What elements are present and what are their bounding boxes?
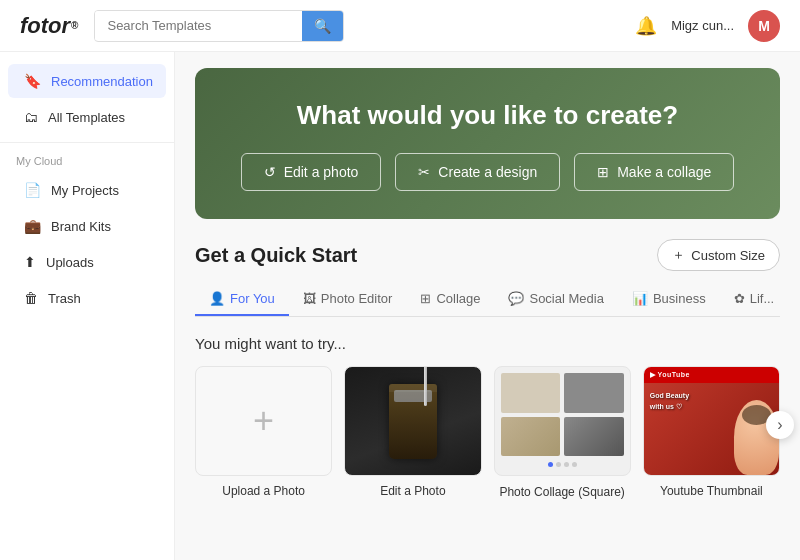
uploads-icon: ⬆ — [24, 254, 36, 270]
sidebar-section-label: My Cloud — [0, 151, 174, 173]
search-input[interactable] — [95, 11, 302, 40]
hero-actions: ↺ Edit a photo ✂ Create a design ⊞ Make … — [219, 153, 756, 191]
tab-for-you[interactable]: 👤 For You — [195, 283, 289, 316]
make-collage-icon: ⊞ — [597, 164, 609, 180]
next-arrow[interactable]: › — [766, 411, 794, 439]
quick-start-header: Get a Quick Start ＋ Custom Size — [195, 239, 780, 271]
edit-photo-card[interactable]: Edit a Photo — [344, 366, 481, 498]
tabs: 👤 For You 🖼 Photo Editor ⊞ Collage 💬 Soc… — [195, 283, 780, 317]
tab-life[interactable]: ✿ Lif... — [720, 283, 780, 316]
create-design-icon: ✂ — [418, 164, 430, 180]
quick-start-title: Get a Quick Start — [195, 244, 357, 267]
tab-label: Photo Editor — [321, 291, 393, 306]
social-media-icon: 💬 — [508, 291, 524, 306]
business-icon: 📊 — [632, 291, 648, 306]
tab-label: Collage — [436, 291, 480, 306]
notification-icon[interactable]: 🔔 — [635, 15, 657, 37]
sidebar-item-label: Trash — [48, 291, 81, 306]
make-collage-button[interactable]: ⊞ Make a collage — [574, 153, 734, 191]
sidebar-divider — [0, 142, 174, 143]
tab-label: Business — [653, 291, 706, 306]
upload-photo-card[interactable]: + Upload a Photo — [195, 366, 332, 498]
logo-superscript: ® — [71, 20, 78, 31]
tab-business[interactable]: 📊 Business — [618, 283, 720, 316]
avatar[interactable]: M — [748, 10, 780, 42]
edit-photo-label: Edit a photo — [284, 164, 359, 180]
header-right: 🔔 Migz cun... M — [635, 10, 780, 42]
sidebar-item-trash[interactable]: 🗑 Trash — [8, 281, 166, 315]
quick-start-section: Get a Quick Start ＋ Custom Size 👤 For Yo… — [195, 239, 780, 501]
upload-photo-label: Upload a Photo — [195, 484, 332, 498]
plus-icon: ＋ — [672, 246, 685, 264]
sidebar-item-label: Uploads — [46, 255, 94, 270]
upload-photo-image: + — [195, 366, 332, 476]
youtube-thumbnail-card[interactable]: ▶ YouTube God Beautywith us ♡ Youtube Th… — [643, 366, 780, 498]
my-projects-icon: 📄 — [24, 182, 41, 198]
header: fotor® 🔍 🔔 Migz cun... M — [0, 0, 800, 52]
hero-title: What would you like to create? — [219, 100, 756, 131]
create-design-label: Create a design — [438, 164, 537, 180]
brand-kits-icon: 💼 — [24, 218, 41, 234]
edit-photo-icon: ↺ — [264, 164, 276, 180]
tab-label: For You — [230, 291, 275, 306]
edit-photo-label: Edit a Photo — [344, 484, 481, 498]
plus-upload-icon: + — [253, 400, 274, 442]
edit-photo-image — [344, 366, 481, 476]
collage-tab-icon: ⊞ — [420, 291, 431, 306]
sidebar-item-label: My Projects — [51, 183, 119, 198]
custom-size-button[interactable]: ＋ Custom Size — [657, 239, 780, 271]
main-content: What would you like to create? ↺ Edit a … — [175, 52, 800, 560]
photo-editor-icon: 🖼 — [303, 291, 316, 306]
create-design-button[interactable]: ✂ Create a design — [395, 153, 560, 191]
cards-row: + Upload a Photo Edit a Photo — [195, 366, 780, 501]
edit-photo-button[interactable]: ↺ Edit a photo — [241, 153, 382, 191]
try-title: You might want to try... — [195, 335, 780, 352]
custom-size-label: Custom Size — [691, 248, 765, 263]
sidebar-item-brand-kits[interactable]: 💼 Brand Kits — [8, 209, 166, 243]
sidebar-item-uploads[interactable]: ⬆ Uploads — [8, 245, 166, 279]
photo-collage-label: Photo Collage (Square) — [494, 484, 631, 501]
hero-banner: What would you like to create? ↺ Edit a … — [195, 68, 780, 219]
drink-glass — [389, 384, 437, 459]
for-you-icon: 👤 — [209, 291, 225, 306]
tab-collage[interactable]: ⊞ Collage — [406, 283, 494, 316]
logo[interactable]: fotor® — [20, 13, 78, 39]
youtube-thumbnail-image: ▶ YouTube God Beautywith us ♡ — [643, 366, 780, 476]
all-templates-icon: 🗂 — [24, 109, 38, 125]
tab-photo-editor[interactable]: 🖼 Photo Editor — [289, 283, 407, 316]
sidebar-item-recommendation[interactable]: 🔖 Recommendation — [8, 64, 166, 98]
photo-collage-image — [494, 366, 631, 476]
youtube-thumbnail-label: Youtube Thumbnail — [643, 484, 780, 498]
sidebar-item-label: All Templates — [48, 110, 125, 125]
tab-label: Social Media — [529, 291, 603, 306]
search-bar: 🔍 — [94, 10, 344, 42]
trash-icon: 🗑 — [24, 290, 38, 306]
search-button[interactable]: 🔍 — [302, 11, 343, 41]
sidebar-item-label: Recommendation — [51, 74, 153, 89]
sidebar-item-label: Brand Kits — [51, 219, 111, 234]
sidebar: 🔖 Recommendation 🗂 All Templates My Clou… — [0, 52, 175, 560]
tab-social-media[interactable]: 💬 Social Media — [494, 283, 617, 316]
sidebar-item-all-templates[interactable]: 🗂 All Templates — [8, 100, 166, 134]
photo-collage-card[interactable]: Photo Collage (Square) — [494, 366, 631, 501]
life-icon: ✿ — [734, 291, 745, 306]
make-collage-label: Make a collage — [617, 164, 711, 180]
user-name: Migz cun... — [671, 18, 734, 33]
recommendation-icon: 🔖 — [24, 73, 41, 89]
tab-label: Lif... — [750, 291, 775, 306]
sidebar-item-my-projects[interactable]: 📄 My Projects — [8, 173, 166, 207]
